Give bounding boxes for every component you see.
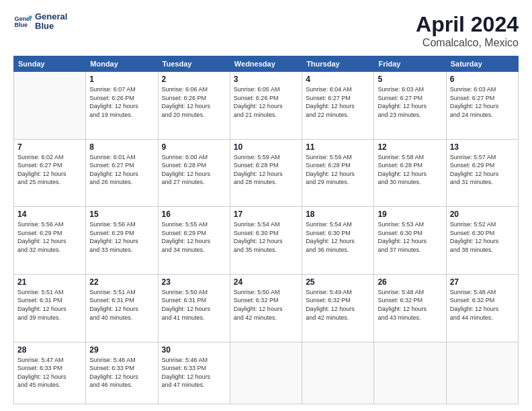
subtitle: Comalcalco, Mexico [416, 37, 519, 49]
logo-blue: Blue [35, 21, 67, 31]
day-info: Sunrise: 5:47 AM Sunset: 6:33 PM Dayligh… [17, 356, 82, 390]
logo-icon: General Blue [13, 12, 32, 31]
calendar-cell: 2Sunrise: 6:06 AM Sunset: 6:26 PM Daylig… [158, 72, 230, 140]
calendar-cell: 19Sunrise: 5:53 AM Sunset: 6:30 PM Dayli… [374, 207, 446, 275]
col-monday: Monday [86, 56, 158, 72]
calendar-cell: 30Sunrise: 5:46 AM Sunset: 6:33 PM Dayli… [158, 342, 230, 404]
header: General Blue General Blue April 2024 Com… [13, 12, 519, 49]
calendar-cell: 15Sunrise: 5:56 AM Sunset: 6:29 PM Dayli… [86, 207, 158, 275]
day-info: Sunrise: 5:54 AM Sunset: 6:30 PM Dayligh… [234, 220, 298, 254]
day-number: 29 [89, 345, 154, 355]
day-number: 1 [89, 75, 154, 84]
title-block: April 2024 Comalcalco, Mexico [416, 12, 519, 49]
calendar-cell [302, 342, 374, 404]
calendar-week-2: 14Sunrise: 5:56 AM Sunset: 6:29 PM Dayli… [14, 207, 519, 275]
day-info: Sunrise: 6:01 AM Sunset: 6:27 PM Dayligh… [89, 153, 154, 187]
day-number: 24 [234, 277, 298, 287]
calendar-week-0: 1Sunrise: 6:07 AM Sunset: 6:26 PM Daylig… [14, 72, 519, 140]
calendar-cell: 18Sunrise: 5:54 AM Sunset: 6:30 PM Dayli… [302, 207, 374, 275]
day-info: Sunrise: 5:51 AM Sunset: 6:31 PM Dayligh… [89, 288, 154, 322]
logo-general: General [35, 12, 67, 21]
day-number: 23 [162, 277, 226, 287]
calendar-table: Sunday Monday Tuesday Wednesday Thursday… [13, 56, 519, 404]
day-number: 14 [17, 210, 82, 219]
svg-text:Blue: Blue [14, 22, 28, 29]
calendar-cell [374, 342, 446, 404]
day-info: Sunrise: 6:02 AM Sunset: 6:27 PM Dayligh… [17, 153, 82, 187]
day-info: Sunrise: 5:51 AM Sunset: 6:31 PM Dayligh… [17, 288, 82, 322]
calendar-cell: 12Sunrise: 5:58 AM Sunset: 6:28 PM Dayli… [374, 139, 446, 207]
day-info: Sunrise: 5:52 AM Sunset: 6:30 PM Dayligh… [450, 220, 515, 254]
calendar-cell: 25Sunrise: 5:49 AM Sunset: 6:32 PM Dayli… [302, 274, 374, 342]
col-friday: Friday [374, 56, 446, 72]
calendar-cell: 8Sunrise: 6:01 AM Sunset: 6:27 PM Daylig… [86, 139, 158, 207]
day-number: 20 [450, 210, 515, 219]
day-number: 21 [17, 277, 82, 287]
day-info: Sunrise: 6:05 AM Sunset: 6:26 PM Dayligh… [234, 85, 298, 119]
day-info: Sunrise: 5:50 AM Sunset: 6:32 PM Dayligh… [234, 288, 298, 322]
day-number: 30 [162, 345, 226, 355]
calendar-cell: 23Sunrise: 5:50 AM Sunset: 6:31 PM Dayli… [158, 274, 230, 342]
main-title: April 2024 [416, 12, 519, 37]
day-number: 13 [450, 142, 515, 152]
calendar-cell: 24Sunrise: 5:50 AM Sunset: 6:32 PM Dayli… [230, 274, 302, 342]
day-info: Sunrise: 6:04 AM Sunset: 6:27 PM Dayligh… [306, 85, 370, 119]
calendar-cell: 29Sunrise: 5:46 AM Sunset: 6:33 PM Dayli… [86, 342, 158, 404]
col-saturday: Saturday [446, 56, 518, 72]
day-info: Sunrise: 5:48 AM Sunset: 6:32 PM Dayligh… [450, 288, 515, 322]
day-number: 5 [378, 75, 442, 84]
col-tuesday: Tuesday [158, 56, 230, 72]
day-number: 15 [89, 210, 154, 219]
day-number: 9 [162, 142, 226, 152]
day-number: 27 [450, 277, 515, 287]
calendar-cell: 10Sunrise: 5:59 AM Sunset: 6:28 PM Dayli… [230, 139, 302, 207]
day-info: Sunrise: 6:03 AM Sunset: 6:27 PM Dayligh… [378, 85, 442, 119]
day-info: Sunrise: 5:54 AM Sunset: 6:30 PM Dayligh… [306, 220, 370, 254]
day-info: Sunrise: 6:07 AM Sunset: 6:26 PM Dayligh… [89, 85, 154, 119]
day-info: Sunrise: 5:48 AM Sunset: 6:32 PM Dayligh… [378, 288, 442, 322]
day-number: 7 [17, 142, 82, 152]
calendar-cell: 1Sunrise: 6:07 AM Sunset: 6:26 PM Daylig… [86, 72, 158, 140]
calendar-cell: 9Sunrise: 6:00 AM Sunset: 6:28 PM Daylig… [158, 139, 230, 207]
day-number: 28 [17, 345, 82, 355]
day-info: Sunrise: 5:56 AM Sunset: 6:29 PM Dayligh… [17, 220, 82, 254]
day-info: Sunrise: 5:58 AM Sunset: 6:28 PM Dayligh… [378, 153, 442, 187]
calendar-cell: 22Sunrise: 5:51 AM Sunset: 6:31 PM Dayli… [86, 274, 158, 342]
calendar-header-row: Sunday Monday Tuesday Wednesday Thursday… [14, 56, 519, 72]
day-number: 12 [378, 142, 442, 152]
calendar-cell: 4Sunrise: 6:04 AM Sunset: 6:27 PM Daylig… [302, 72, 374, 140]
day-info: Sunrise: 5:49 AM Sunset: 6:32 PM Dayligh… [306, 288, 370, 322]
logo: General Blue General Blue [13, 12, 67, 32]
day-number: 11 [306, 142, 370, 152]
calendar-cell: 16Sunrise: 5:55 AM Sunset: 6:29 PM Dayli… [158, 207, 230, 275]
day-info: Sunrise: 5:46 AM Sunset: 6:33 PM Dayligh… [89, 356, 154, 390]
page: General Blue General Blue April 2024 Com… [0, 0, 532, 411]
calendar-cell: 27Sunrise: 5:48 AM Sunset: 6:32 PM Dayli… [446, 274, 518, 342]
day-number: 25 [306, 277, 370, 287]
day-number: 26 [378, 277, 442, 287]
day-info: Sunrise: 5:56 AM Sunset: 6:29 PM Dayligh… [89, 220, 154, 254]
day-number: 19 [378, 210, 442, 219]
day-info: Sunrise: 5:59 AM Sunset: 6:28 PM Dayligh… [234, 153, 298, 187]
day-info: Sunrise: 5:55 AM Sunset: 6:29 PM Dayligh… [162, 220, 226, 254]
calendar-cell: 21Sunrise: 5:51 AM Sunset: 6:31 PM Dayli… [14, 274, 86, 342]
day-number: 8 [89, 142, 154, 152]
calendar-cell [446, 342, 518, 404]
calendar-cell: 6Sunrise: 6:03 AM Sunset: 6:27 PM Daylig… [446, 72, 518, 140]
day-number: 2 [162, 75, 226, 84]
day-info: Sunrise: 5:46 AM Sunset: 6:33 PM Dayligh… [162, 356, 226, 390]
calendar-cell: 26Sunrise: 5:48 AM Sunset: 6:32 PM Dayli… [374, 274, 446, 342]
day-number: 18 [306, 210, 370, 219]
day-number: 22 [89, 277, 154, 287]
day-number: 3 [234, 75, 298, 84]
col-sunday: Sunday [14, 56, 86, 72]
day-info: Sunrise: 6:00 AM Sunset: 6:28 PM Dayligh… [162, 153, 226, 187]
calendar-week-3: 21Sunrise: 5:51 AM Sunset: 6:31 PM Dayli… [14, 274, 519, 342]
col-wednesday: Wednesday [230, 56, 302, 72]
day-info: Sunrise: 5:50 AM Sunset: 6:31 PM Dayligh… [162, 288, 226, 322]
day-number: 6 [450, 75, 515, 84]
day-number: 10 [234, 142, 298, 152]
day-number: 4 [306, 75, 370, 84]
day-info: Sunrise: 5:59 AM Sunset: 6:28 PM Dayligh… [306, 153, 370, 187]
calendar-week-1: 7Sunrise: 6:02 AM Sunset: 6:27 PM Daylig… [14, 139, 519, 207]
